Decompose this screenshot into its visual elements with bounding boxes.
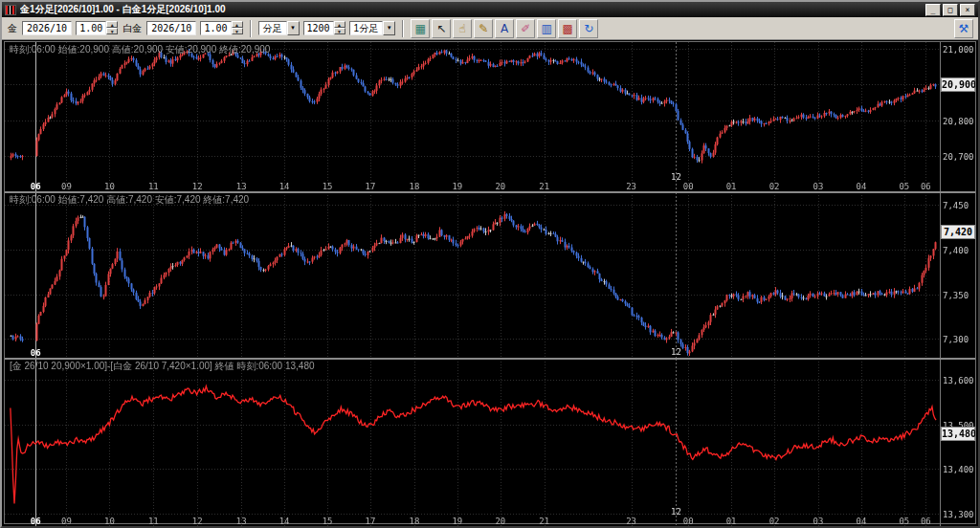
cursor-tool-button[interactable]: ↖: [432, 19, 451, 38]
gold-multiplier-arrows: ▲ ▼: [106, 21, 118, 35]
spread-info: [金 26/10 20,900×1.00]-[白金 26/10 7,420×1.…: [10, 360, 315, 373]
toolbar: 金 2026/10 1.00 ▲ ▼ 白金 2026/10 1.00 ▲ ▼ 分…: [2, 17, 978, 40]
y-axis-label: 7,350: [943, 291, 969, 300]
time-axis-label: 06: [31, 348, 41, 358]
bar-count-down-button[interactable]: ▼: [334, 28, 345, 34]
time-axis-label: 12: [192, 517, 203, 526]
time-axis-label: 02: [769, 182, 780, 191]
time-axis-label: 17: [366, 517, 376, 526]
platinum-multiplier-down-button[interactable]: ▼: [232, 28, 243, 34]
time-axis-label: 04: [857, 182, 867, 191]
chart-area: 時刻:06:00 始値:20,900 高値:20,900 安値:20,900 終…: [4, 41, 976, 524]
timeframe-dropdown[interactable]: 1分足 ▼: [349, 20, 396, 36]
time-axis-label: 10: [104, 517, 115, 526]
time-axis-label: 03: [813, 517, 824, 526]
time-axis-label: 15: [323, 517, 333, 526]
time-axis-label: 23: [626, 182, 636, 191]
platinum-chart-panel: 時刻:06:00 始値:7,420 高値:7,420 安値:7,420 終値:7…: [5, 192, 975, 359]
time-axis-label: 00: [683, 182, 694, 191]
time-axis-label: 18: [410, 517, 420, 526]
y-axis-label: 13,600: [943, 376, 974, 385]
chevron-down-icon: ▼: [383, 21, 395, 35]
day-change-marker: 12: [671, 347, 681, 357]
time-axis-label: 20: [495, 182, 505, 191]
period-type-value: 分足: [258, 21, 287, 35]
time-axis-label: 19: [452, 517, 462, 526]
pencil-tool-button[interactable]: ✎: [474, 19, 493, 38]
time-axis-label: 13: [236, 182, 247, 191]
gold-last-price-badge: 20,900: [941, 77, 975, 92]
settings-wrench-button[interactable]: ⚒: [954, 19, 973, 38]
toolbar-separator: [250, 20, 252, 37]
hand-tool-button[interactable]: ☝: [453, 19, 472, 38]
indicator-chart-button[interactable]: ▥: [537, 19, 556, 38]
gold-chart-canvas[interactable]: [5, 42, 975, 192]
refresh-button[interactable]: ↻: [579, 19, 598, 38]
platinum-last-price-badge: 7,420: [941, 225, 975, 239]
chevron-down-icon: ▼: [287, 21, 300, 35]
spread-chart-canvas[interactable]: [5, 359, 975, 527]
time-axis-label: 06: [31, 182, 41, 191]
day-change-marker: 12: [671, 507, 681, 517]
close-button[interactable]: ×: [960, 4, 975, 16]
platinum-multiplier-stepper[interactable]: 1.00 ▲ ▼: [200, 21, 242, 35]
y-axis-label: 7,400: [943, 246, 969, 255]
platinum-month-field[interactable]: 2026/10: [146, 21, 196, 35]
time-axis-label: 06: [921, 182, 931, 191]
toolbar-icon-group: ▦↖☝✎A✐▥▩↻: [411, 19, 598, 38]
y-axis-label: 20,800: [943, 117, 974, 126]
day-change-marker: 12: [671, 172, 681, 182]
chart-layout-button[interactable]: ▦: [411, 19, 430, 38]
clear-grid-button[interactable]: ▩: [558, 19, 577, 38]
time-axis-label: 01: [726, 182, 737, 191]
time-axis-label: 10: [104, 182, 115, 191]
marker-tool-button[interactable]: ✐: [516, 19, 535, 38]
time-axis-label: 12: [192, 182, 203, 191]
spread-last-price-badge: 13,480: [941, 427, 975, 441]
gold-multiplier-stepper[interactable]: 1.00 ▲ ▼: [76, 21, 118, 35]
time-axis-label: 09: [61, 182, 72, 191]
window-controls: _ □ ×: [925, 4, 975, 16]
text-tool-button[interactable]: A: [495, 19, 514, 38]
maximize-button[interactable]: □: [943, 4, 958, 16]
time-axis-label: 02: [769, 517, 780, 526]
time-axis-label: 09: [61, 517, 72, 526]
time-axis-label: 00: [683, 517, 694, 526]
bar-count-arrows: ▲ ▼: [334, 21, 345, 35]
time-axis-label: 11: [148, 182, 159, 191]
y-axis-label: 7,450: [943, 201, 969, 210]
y-axis-label: 20,700: [943, 152, 974, 162]
bar-count-stepper[interactable]: 1200 ▲ ▼: [303, 21, 345, 35]
period-type-dropdown[interactable]: 分足 ▼: [258, 20, 300, 36]
y-axis-label: 13,300: [943, 510, 974, 519]
time-axis-label: 19: [452, 182, 462, 191]
y-axis-label: 21,000: [943, 45, 974, 55]
gold-label: 金: [8, 22, 17, 35]
platinum-chart-canvas[interactable]: [5, 192, 975, 359]
time-axis-label: 06: [921, 517, 931, 526]
gold-month-field[interactable]: 2026/10: [22, 21, 72, 35]
time-axis-label: 20: [495, 517, 505, 526]
time-axis-label: 13: [236, 517, 247, 526]
gold-multiplier-down-button[interactable]: ▼: [106, 28, 118, 34]
time-axis-label: 14: [279, 182, 290, 191]
time-axis-label: 15: [323, 182, 333, 191]
platinum-multiplier-value: 1.00: [200, 21, 231, 35]
time-axis-label: 17: [366, 182, 376, 191]
time-axis-label: 11: [148, 517, 159, 526]
bar-count-up-button[interactable]: ▲: [334, 21, 345, 28]
time-axis-label: 05: [899, 517, 909, 526]
minimize-button[interactable]: _: [925, 4, 941, 16]
gold-multiplier-up-button[interactable]: ▲: [106, 21, 118, 28]
gold-chart-panel: 時刻:06:00 始値:20,900 高値:20,900 安値:20,900 終…: [5, 42, 975, 192]
gold-ohlc-info: 時刻:06:00 始値:20,900 高値:20,900 安値:20,900 終…: [10, 43, 270, 56]
timeframe-value: 1分足: [349, 21, 384, 35]
title-bar: 金1分足[2026/10]1.00 - 白金1分足[2026/10]1.00 _…: [2, 2, 978, 17]
platinum-multiplier-arrows: ▲ ▼: [232, 21, 243, 35]
time-axis-label: 01: [726, 517, 737, 526]
platinum-multiplier-up-button[interactable]: ▲: [232, 21, 243, 28]
panel-separator: [5, 191, 975, 193]
platinum-label: 白金: [122, 22, 142, 35]
app-window: 金1分足[2026/10]1.00 - 白金1分足[2026/10]1.00 _…: [0, 0, 980, 528]
time-axis-label: 04: [857, 517, 867, 526]
